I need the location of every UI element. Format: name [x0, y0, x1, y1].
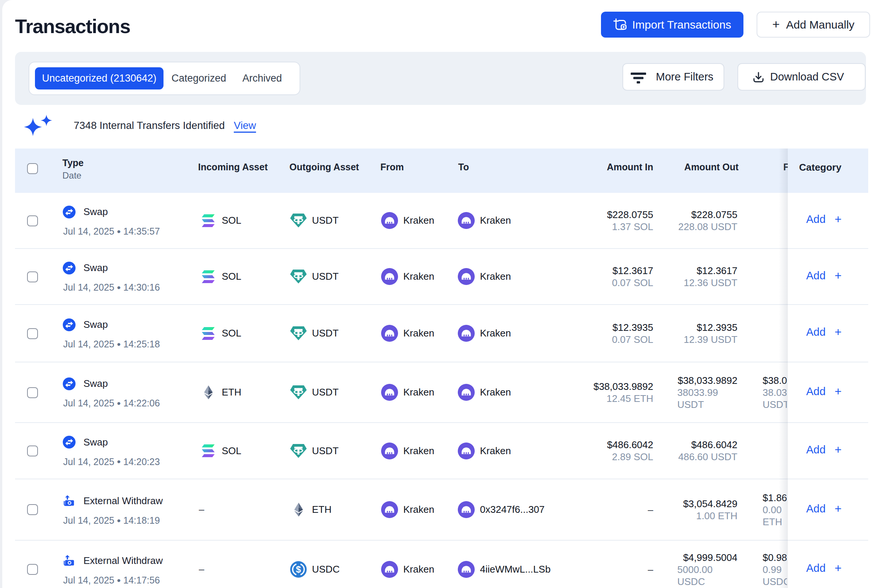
- svg-text:$: $: [296, 564, 301, 574]
